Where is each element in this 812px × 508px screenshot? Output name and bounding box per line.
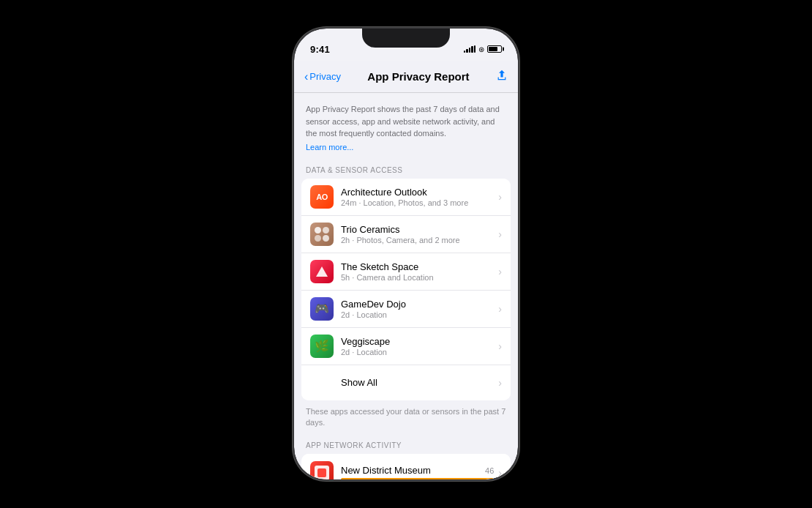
learn-more-link[interactable]: Learn more... xyxy=(306,143,353,152)
page-title: App Privacy Report xyxy=(367,70,469,83)
app-name: The Sketch Space xyxy=(341,261,494,272)
battery-fill xyxy=(489,47,497,51)
gamedev-icon: 🎮 xyxy=(315,302,329,315)
app-icon-sketch-space xyxy=(310,260,334,283)
list-item[interactable]: AO Architecture Outlook 24m · Location, … xyxy=(301,179,511,216)
app-subtitle: 24m · Location, Photos, and 3 more xyxy=(341,198,494,207)
app-icon-gamedev-dojo: 🎮 xyxy=(310,297,334,321)
network-section-header: APP NETWORK ACTIVITY xyxy=(294,431,518,454)
app-subtitle: 2d · Location xyxy=(341,348,494,356)
veggi-icon: 🌿 xyxy=(315,339,329,353)
back-label: Privacy xyxy=(309,71,341,82)
network-name-row: New District Museum 46 xyxy=(341,465,494,476)
list-item[interactable]: Trio Ceramics 2h · Photos, Camera, and 2… xyxy=(301,216,511,253)
chevron-right-icon: › xyxy=(498,191,502,203)
app-icon-new-district-museum xyxy=(310,461,334,479)
chevron-right-icon: › xyxy=(498,467,502,479)
description-section: App Privacy Report shows the past 7 days… xyxy=(294,93,518,156)
app-info: Show All xyxy=(310,377,494,388)
sensor-footer-note: These apps accessed your data or sensors… xyxy=(294,400,518,432)
notch xyxy=(362,29,450,48)
list-item[interactable]: The Sketch Space 5h · Camera and Locatio… xyxy=(301,253,511,291)
app-name: Architecture Outlook xyxy=(341,187,494,198)
museum-icon xyxy=(315,466,329,479)
main-content[interactable]: App Privacy Report shows the past 7 days… xyxy=(294,93,518,479)
signal-bar-4 xyxy=(471,46,473,53)
signal-bar-1 xyxy=(464,51,466,53)
sensor-list: AO Architecture Outlook 24m · Location, … xyxy=(301,179,511,400)
status-icons: ⊛ xyxy=(464,45,503,53)
volume-down-button xyxy=(293,166,293,194)
app-name: Veggiscape xyxy=(341,336,494,347)
network-info: New District Museum 46 xyxy=(341,465,494,479)
phone-device: 9:41 ⊛ ‹ xyxy=(293,27,519,481)
phone-body: 9:41 ⊛ ‹ xyxy=(293,27,519,481)
chevron-right-icon: › xyxy=(498,266,502,277)
status-time: 9:41 xyxy=(310,44,330,55)
signal-bar-3 xyxy=(469,48,471,53)
network-list-item[interactable]: New District Museum 46 › xyxy=(301,454,511,479)
volume-up-button xyxy=(293,131,293,159)
battery-icon xyxy=(487,45,502,53)
app-info: Architecture Outlook 24m · Location, Pho… xyxy=(341,187,494,207)
screen: 9:41 ⊛ ‹ xyxy=(294,29,518,479)
chevron-right-icon: › xyxy=(498,377,502,389)
network-bar-container xyxy=(341,478,494,479)
museum-inner xyxy=(317,468,326,477)
app-name: GameDev Dojo xyxy=(341,299,494,310)
show-all-item[interactable]: Show All › xyxy=(301,365,511,400)
app-subtitle: 2d · Location xyxy=(341,310,494,319)
ao-text: AO xyxy=(316,193,328,201)
network-list: New District Museum 46 › xyxy=(301,454,511,479)
navigation-bar: ‹ Privacy App Privacy Report xyxy=(294,61,518,93)
app-icon-architecture-outlook: AO xyxy=(310,185,334,209)
chevron-left-icon: ‹ xyxy=(304,71,308,83)
app-subtitle: 2h · Photos, Camera, and 2 more xyxy=(341,236,494,244)
back-button[interactable]: ‹ Privacy xyxy=(304,71,341,83)
app-info: The Sketch Space 5h · Camera and Locatio… xyxy=(341,261,494,282)
app-info: Trio Ceramics 2h · Photos, Camera, and 2… xyxy=(341,224,494,244)
signal-bar-2 xyxy=(466,49,468,53)
signal-icon xyxy=(464,45,476,53)
show-all-label: Show All xyxy=(341,377,494,388)
chevron-right-icon: › xyxy=(498,303,502,315)
app-info: Veggiscape 2d · Location xyxy=(341,336,494,356)
network-bar xyxy=(341,478,494,479)
app-icon-veggiscape: 🌿 xyxy=(310,335,334,358)
app-icon-trio-ceramics xyxy=(310,223,334,246)
network-app-name: New District Museum xyxy=(341,465,431,476)
app-info: GameDev Dojo 2d · Location xyxy=(341,299,494,319)
chevron-right-icon: › xyxy=(498,228,502,240)
app-subtitle: 5h · Camera and Location xyxy=(341,273,494,282)
wifi-icon: ⊛ xyxy=(478,45,484,53)
list-item[interactable]: 🎮 GameDev Dojo 2d · Location › xyxy=(301,291,511,328)
network-count: 46 xyxy=(485,466,494,475)
signal-bar-5 xyxy=(474,45,476,53)
sketch-icon xyxy=(316,266,328,277)
description-text: App Privacy Report shows the past 7 days… xyxy=(306,103,506,140)
chevron-right-icon: › xyxy=(498,340,502,352)
power-button xyxy=(519,131,519,171)
share-icon[interactable] xyxy=(496,70,508,84)
app-name: Trio Ceramics xyxy=(341,224,494,235)
sensor-section-header: DATA & SENSOR ACCESS xyxy=(294,156,518,179)
list-item[interactable]: 🌿 Veggiscape 2d · Location › xyxy=(301,328,511,365)
